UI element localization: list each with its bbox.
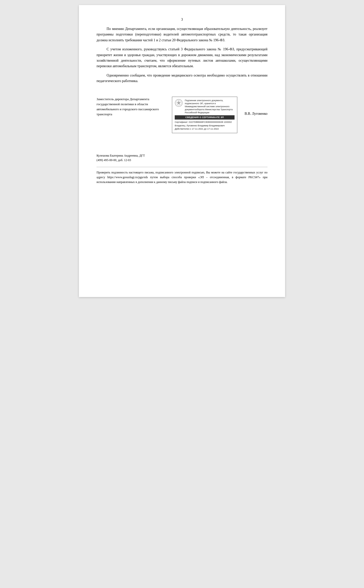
- footer-divider: [97, 167, 267, 167]
- cert-details: Сертификат: 01D7DBB668FC80800000000638 1…: [175, 121, 235, 131]
- emblem-icon: [175, 99, 183, 107]
- document-page: 3 По мнению Департамента, если организац…: [79, 5, 285, 297]
- page-number: 3: [97, 18, 267, 22]
- cert-header-row: Подлинник электронного документа, подпис…: [175, 99, 235, 114]
- footer-contact: Кулешова Екатерина Андреевна, ДГТ (499) …: [97, 153, 267, 162]
- signature-title: Заместитель директора Департамента госуд…: [97, 97, 167, 117]
- contact-phone: (499) 495-00-00, доб. 12-03: [97, 158, 267, 162]
- contact-name: Кулешова Екатерина Андреевна, ДГТ: [97, 153, 267, 158]
- paragraph-1: По мнению Департамента, если организация…: [97, 26, 267, 43]
- signature-name: В.В. Луговенко: [242, 97, 267, 116]
- cert-banner: СВЕДЕНИЯ О СЕРТИФИКАТЕ ЭП: [175, 115, 235, 120]
- paragraph-3: Одновременно сообщаем, что проведение ме…: [97, 73, 267, 84]
- cert-owner: Владелец: Луговенко Владимир Владимирови…: [175, 124, 235, 128]
- footer-verify-text: Проверить подлинность настоящего письма,…: [97, 170, 267, 185]
- cert-number: Сертификат: 01D7DBB668FC80800000000638 1…: [175, 121, 235, 124]
- certificate-box: Подлинник электронного документа, подпис…: [172, 97, 237, 133]
- svg-marker-2: [177, 100, 181, 105]
- paragraph-2: С учетом изложенного, руководствуясь ста…: [97, 47, 267, 69]
- footer-section: Кулешова Екатерина Андреевна, ДГТ (499) …: [97, 153, 267, 185]
- cert-valid: Действителен с 17-11-2021 до 17-11-2022: [175, 127, 235, 131]
- signature-section: Заместитель директора Департамента госуд…: [97, 97, 267, 133]
- cert-header-text: Подлинник электронного документа, подпис…: [185, 99, 235, 114]
